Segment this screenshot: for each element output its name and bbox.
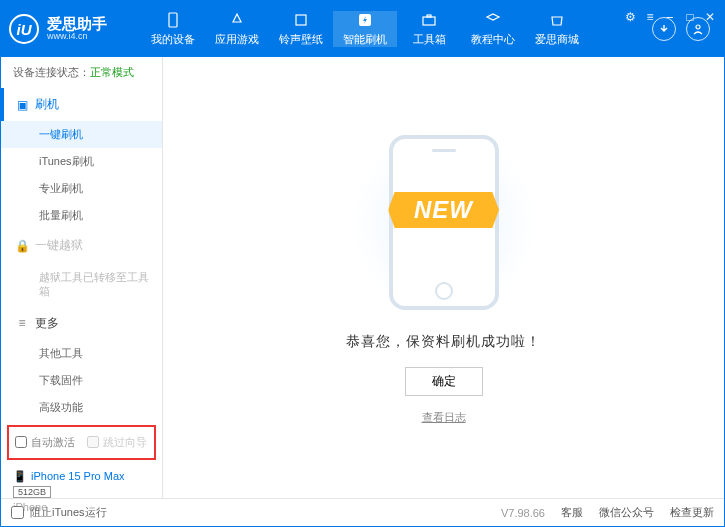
svg-rect-4 (427, 15, 431, 17)
shop-icon (548, 11, 566, 29)
maximize-button[interactable]: □ (683, 10, 697, 24)
titlebar: iU 爱思助手 www.i4.cn 我的设备 应用游戏 铃声壁纸 智能刷机 工具… (1, 1, 724, 57)
svg-point-5 (696, 25, 700, 29)
nav-tutorial[interactable]: 教程中心 (461, 11, 525, 47)
wechat-link[interactable]: 微信公众号 (599, 505, 654, 520)
sidebar: 设备连接状态：正常模式 ▣刷机 一键刷机 iTunes刷机 专业刷机 批量刷机 … (1, 57, 163, 498)
sidebar-item-oneclick[interactable]: 一键刷机 (1, 121, 162, 148)
minimize-button[interactable]: ‒ (663, 10, 677, 24)
flash-options: 自动激活 跳过向导 (7, 425, 156, 460)
sidebar-section-jailbreak: 🔒一键越狱 (1, 229, 162, 262)
nav-shop[interactable]: 爱思商城 (525, 11, 589, 47)
success-illustration: NEW (334, 130, 554, 315)
app-url: www.i4.cn (47, 32, 107, 42)
auto-activate-checkbox[interactable]: 自动激活 (15, 435, 75, 450)
apps-icon (228, 11, 246, 29)
lock-icon: 🔒 (15, 239, 29, 253)
sidebar-item-pro[interactable]: 专业刷机 (1, 175, 162, 202)
nav-device[interactable]: 我的设备 (141, 11, 205, 47)
sidebar-section-flash[interactable]: ▣刷机 (1, 88, 162, 121)
device-name[interactable]: 📱iPhone 15 Pro Max (13, 470, 150, 483)
flash-icon (356, 11, 374, 29)
app-name: 爱思助手 (47, 16, 107, 33)
sidebar-item-advanced[interactable]: 高级功能 (1, 394, 162, 421)
ok-button[interactable]: 确定 (405, 367, 483, 396)
svg-rect-1 (296, 15, 306, 25)
new-banner: NEW (388, 192, 499, 228)
top-nav: 我的设备 应用游戏 铃声壁纸 智能刷机 工具箱 教程中心 爱思商城 (141, 11, 646, 47)
device-icon (164, 11, 182, 29)
settings-icon[interactable]: ⚙ (623, 10, 637, 24)
sidebar-item-itunes[interactable]: iTunes刷机 (1, 148, 162, 175)
device-capacity: 512GB (13, 486, 51, 498)
nav-flash[interactable]: 智能刷机 (333, 11, 397, 47)
nav-apps[interactable]: 应用游戏 (205, 11, 269, 47)
more-icon: ≡ (15, 316, 29, 330)
close-button[interactable]: ✕ (703, 10, 717, 24)
phone-icon: 📱 (13, 470, 27, 483)
tools-icon (420, 11, 438, 29)
support-link[interactable]: 客服 (561, 505, 583, 520)
sidebar-section-more[interactable]: ≡更多 (1, 307, 162, 340)
update-link[interactable]: 检查更新 (670, 505, 714, 520)
sidebar-jailbreak-note: 越狱工具已转移至工具箱 (1, 262, 162, 307)
version-label: V7.98.66 (501, 507, 545, 519)
block-itunes-checkbox[interactable]: 阻止iTunes运行 (11, 505, 107, 520)
ringtone-icon (292, 11, 310, 29)
skip-guide-checkbox: 跳过向导 (87, 435, 147, 450)
menu-icon[interactable]: ≡ (643, 10, 657, 24)
statusbar: 阻止iTunes运行 V7.98.66 客服 微信公众号 检查更新 (1, 498, 724, 526)
sidebar-item-other[interactable]: 其他工具 (1, 340, 162, 367)
nav-tools[interactable]: 工具箱 (397, 11, 461, 47)
sidebar-item-download[interactable]: 下载固件 (1, 367, 162, 394)
svg-rect-0 (169, 13, 177, 27)
flash-section-icon: ▣ (15, 98, 29, 112)
svg-rect-3 (423, 17, 435, 25)
view-log-link[interactable]: 查看日志 (422, 410, 466, 425)
connection-status: 设备连接状态：正常模式 (1, 57, 162, 88)
main-content: NEW 恭喜您，保资料刷机成功啦！ 确定 查看日志 (163, 57, 724, 498)
logo-icon: iU (9, 14, 39, 44)
app-logo: iU 爱思助手 www.i4.cn (9, 14, 141, 44)
nav-ringtone[interactable]: 铃声壁纸 (269, 11, 333, 47)
success-message: 恭喜您，保资料刷机成功啦！ (346, 333, 541, 351)
sidebar-item-batch[interactable]: 批量刷机 (1, 202, 162, 229)
tutorial-icon (484, 11, 502, 29)
window-controls: ⚙ ≡ ‒ □ ✕ (623, 4, 717, 24)
